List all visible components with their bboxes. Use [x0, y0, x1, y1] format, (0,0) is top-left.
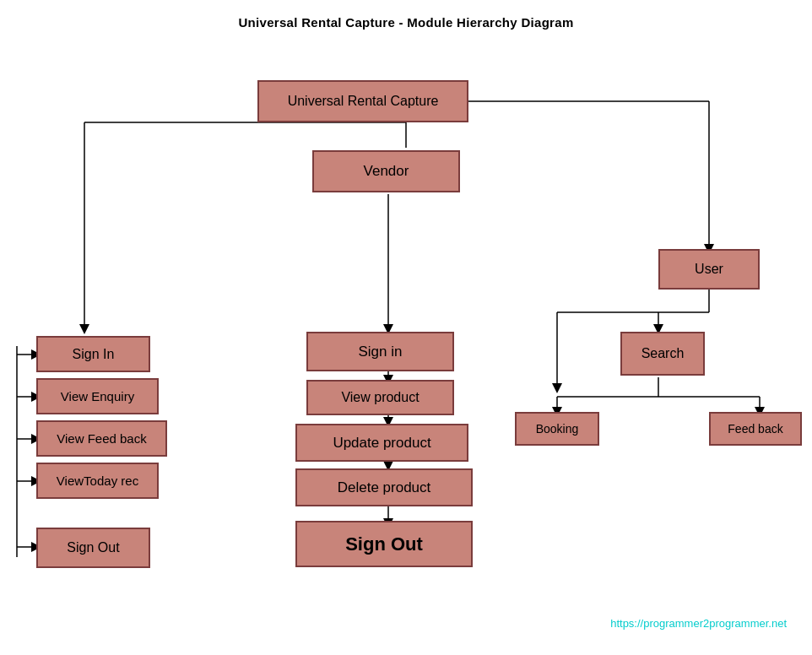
sign-out-vendor-node: Sign Out — [295, 521, 473, 567]
user-node: User — [658, 249, 760, 290]
vendor-signin-node: Sign in — [306, 332, 454, 371]
view-feedback-node: View Feed back — [36, 420, 167, 457]
delete-product-node: Delete product — [295, 468, 473, 506]
sign-in-admin-node: Sign In — [36, 336, 150, 372]
view-product-node: View product — [306, 380, 454, 415]
page-title: Universal Rental Capture - Module Hierar… — [0, 0, 812, 30]
vendor-node: Vendor — [312, 150, 460, 192]
root-node: Universal Rental Capture — [257, 80, 468, 122]
watermark: https://programmer2programmer.net — [610, 617, 787, 630]
update-product-node: Update product — [295, 424, 468, 462]
diagram-container: Universal Rental Capture - Module Hierar… — [0, 0, 812, 655]
feedback-node: Feed back — [709, 412, 802, 446]
view-enquiry-node: View Enquiry — [36, 378, 159, 414]
booking-node: Booking — [515, 412, 599, 446]
sign-out-admin-node: Sign Out — [36, 528, 150, 568]
search-node: Search — [620, 332, 705, 376]
view-today-rec-node: ViewToday rec — [36, 463, 159, 499]
